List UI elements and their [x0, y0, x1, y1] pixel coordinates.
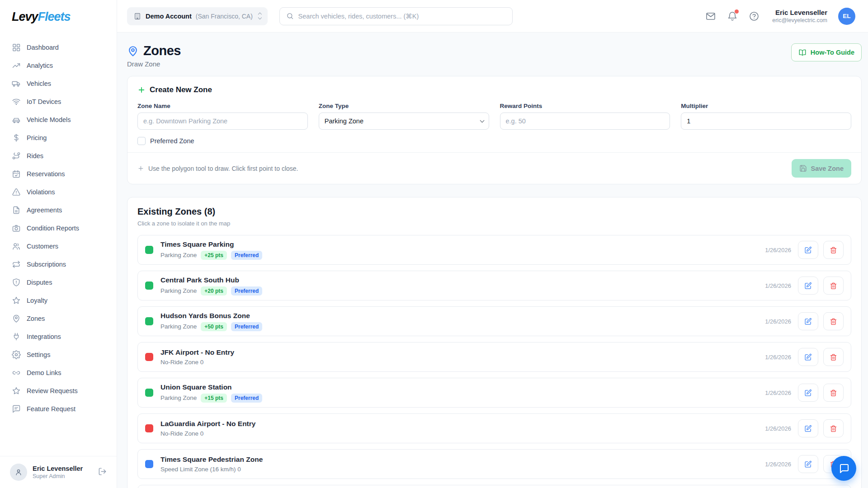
sidebar-item-condition-reports[interactable]: Condition Reports [0, 219, 117, 237]
zone-date: 1/26/2026 [765, 318, 791, 325]
zone-name: Central Park South Hub [160, 276, 262, 284]
zone-type: No-Ride Zone 0 [160, 430, 203, 437]
sidebar-item-label: Disputes [27, 279, 52, 286]
delete-zone-button[interactable] [823, 277, 844, 295]
edit-zone-button[interactable] [798, 241, 818, 259]
search-icon [286, 12, 294, 20]
logout-icon [98, 467, 107, 476]
sidebar-item-pricing[interactable]: Pricing [0, 129, 117, 147]
sidebar-item-label: Settings [27, 351, 50, 358]
book-open-icon [798, 48, 807, 56]
zones-pin-icon [127, 45, 139, 57]
multiplier-input[interactable] [681, 113, 851, 130]
sidebar-item-demo-links[interactable]: Demo Links [0, 364, 117, 382]
sidebar-item-label: Reservations [27, 170, 65, 178]
edit-zone-button[interactable] [798, 277, 818, 295]
zone-name-input[interactable] [137, 113, 308, 130]
plus-icon [137, 165, 144, 172]
sidebar-item-loyalty[interactable]: Loyalty [0, 291, 117, 310]
users-icon [12, 242, 21, 251]
edit-icon [804, 425, 812, 432]
sidebar-item-label: Violations [27, 188, 55, 196]
zone-type: Parking Zone [160, 287, 197, 294]
account-selector[interactable]: Demo Account (San Francisco, CA) [127, 7, 268, 25]
edit-zone-button[interactable] [798, 455, 818, 473]
edit-zone-button[interactable] [798, 419, 818, 437]
sidebar-item-label: Analytics [27, 62, 53, 69]
route-icon [12, 151, 21, 160]
zone-row[interactable]: Times Square Pedestrian Zone Speed Limit… [137, 449, 851, 479]
create-zone-footer: Use the polygon tool to draw. Click firs… [127, 152, 861, 184]
sidebar-item-violations[interactable]: Violations [0, 183, 117, 201]
sidebar-item-label: Dashboard [27, 44, 59, 51]
sidebar-item-analytics[interactable]: Analytics [0, 56, 117, 75]
edit-icon [804, 353, 812, 361]
sidebar-item-feature-request[interactable]: Feature Request [0, 400, 117, 418]
edit-zone-button[interactable] [798, 312, 818, 330]
dashboard-icon [12, 43, 21, 52]
zone-row[interactable]: Brooklyn Bridge Path 1/26/2026 [137, 485, 851, 488]
brand-logo[interactable]: LevyFleets [0, 0, 117, 30]
sidebar-item-zones[interactable]: Zones [0, 310, 117, 328]
sidebar-item-vehicle-models[interactable]: Vehicle Models [0, 111, 117, 129]
logout-button[interactable] [98, 467, 107, 478]
delete-zone-button[interactable] [823, 419, 844, 437]
delete-zone-button[interactable] [823, 384, 844, 402]
sidebar-item-subscriptions[interactable]: Subscriptions [0, 255, 117, 273]
zone-row[interactable]: Central Park South Hub Parking Zone +20 … [137, 271, 851, 300]
analytics-icon [12, 61, 21, 70]
preferred-zone-row: Preferred Zone [137, 137, 851, 145]
sidebar-item-settings[interactable]: Settings [0, 346, 117, 364]
repeat-icon [12, 260, 21, 269]
user-avatar[interactable]: EL [838, 8, 855, 25]
notification-dot [735, 9, 739, 14]
delete-zone-button[interactable] [823, 348, 844, 366]
link-icon [12, 368, 21, 377]
sidebar-item-customers[interactable]: Customers [0, 237, 117, 255]
sidebar-item-review-requests[interactable]: Review Requests [0, 382, 117, 400]
zone-type-label: Zone Type [319, 103, 489, 109]
sidebar-item-vehicles[interactable]: Vehicles [0, 75, 117, 93]
sidebar-item-agreements[interactable]: Agreements [0, 201, 117, 219]
account-name: Demo Account [146, 13, 192, 20]
zone-row[interactable]: LaGuardia Airport - No Entry No-Ride Zon… [137, 413, 851, 443]
sidebar-item-label: Feature Request [27, 405, 75, 413]
chevron-updown-icon [259, 13, 261, 19]
reward-points-input[interactable] [500, 113, 670, 130]
edit-zone-button[interactable] [798, 348, 818, 366]
help-button[interactable] [749, 11, 760, 22]
sidebar-item-label: Vehicles [27, 80, 51, 87]
sidebar-item-disputes[interactable]: Disputes [0, 273, 117, 291]
person-icon [14, 468, 23, 476]
create-zone-form: Zone Name Zone Type Parking Zone [137, 103, 851, 130]
dollar-icon [12, 133, 21, 142]
search-input[interactable] [298, 13, 506, 20]
mail-icon [705, 11, 716, 22]
zone-name: JFK Airport - No Entry [160, 348, 234, 357]
zone-row[interactable]: Times Square Parking Parking Zone +25 pt… [137, 235, 851, 265]
sidebar-item-integrations[interactable]: Integrations [0, 328, 117, 346]
zone-row[interactable]: Union Square Station Parking Zone +15 pt… [137, 378, 851, 408]
delete-zone-button[interactable] [823, 312, 844, 330]
zone-row[interactable]: JFK Airport - No Entry No-Ride Zone 0 1/… [137, 342, 851, 372]
sidebar-item-dashboard[interactable]: Dashboard [0, 38, 117, 56]
sidebar-user-info: Eric Levenseller Super Admin [33, 465, 83, 479]
reward-points-label: Reward Points [500, 103, 670, 109]
brand-logo-fleets: Fleets [38, 10, 71, 23]
notifications-button[interactable] [727, 11, 738, 22]
sidebar-item-label: IoT Devices [27, 98, 61, 105]
trash-icon [830, 318, 837, 325]
save-zone-button[interactable]: Save Zone [792, 159, 851, 178]
edit-zone-button[interactable] [798, 384, 818, 402]
delete-zone-button[interactable] [823, 241, 844, 259]
sidebar-item-iot-devices[interactable]: IoT Devices [0, 93, 117, 111]
zone-row[interactable]: Hudson Yards Bonus Zone Parking Zone +50… [137, 306, 851, 336]
messages-button[interactable] [705, 11, 716, 22]
how-to-guide-button[interactable]: How-To Guide [791, 43, 862, 61]
sidebar-item-rides[interactable]: Rides [0, 147, 117, 165]
zone-type-field-group: Zone Type Parking Zone [319, 103, 489, 130]
chat-fab-button[interactable] [831, 456, 856, 481]
zone-type-select[interactable]: Parking Zone [319, 113, 489, 130]
sidebar-item-reservations[interactable]: Reservations [0, 165, 117, 183]
preferred-zone-checkbox[interactable] [137, 137, 146, 145]
